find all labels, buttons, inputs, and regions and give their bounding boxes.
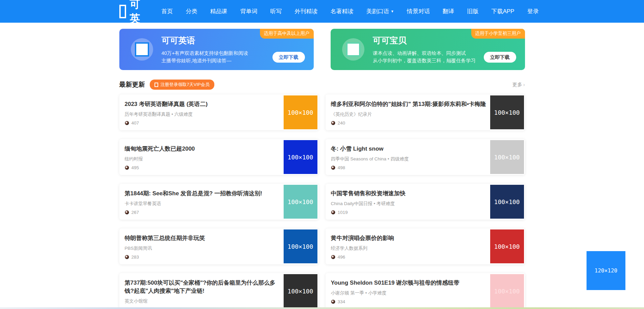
card-meta: 407: [125, 120, 208, 126]
download-now-button[interactable]: 立即下载: [272, 52, 305, 63]
views-icon: [125, 210, 129, 215]
article-card[interactable]: 维多利亚和阿尔伯特的"姐妹们" 第13期:摄影师东莉和•卡梅隆《英伦历史》纪录片…: [326, 94, 525, 130]
card-subtitle: China Daily中国日报 • 考研难度: [331, 201, 406, 207]
view-count: 496: [338, 255, 345, 260]
banner-keke-baby[interactable]: 适用于小学至初三用户 可可宝贝 课本点读、动画讲解、双语绘本、同步测试 从小学到…: [331, 29, 525, 70]
nav-item-名著精读[interactable]: 名著精读: [331, 7, 354, 15]
card-thumbnail-placeholder: 100×100: [284, 95, 317, 129]
card-title: 冬: 小雪 Light snow: [331, 145, 409, 153]
banner-body: 可可宝贝 课本点读、动画讲解、双语绘本、同步测试 从小学到初中，覆盖语数英三科，…: [373, 35, 476, 64]
card-meta: 495: [125, 165, 195, 170]
floating-ad-box[interactable]: 120×120: [587, 251, 625, 290]
article-card[interactable]: 第1844期: See和She 发音总是混? 一招教你听清这别!卡卡讲堂早餐英语…: [119, 184, 318, 220]
card-text: 缅甸地震死亡人数已超2000纽约时报495: [119, 139, 198, 175]
banner-line1: 课本点读、动画讲解、双语绘本、同步测试: [373, 49, 476, 57]
card-text: 冬: 小雪 Light snow四季中国 Seasons of China • …: [326, 139, 412, 175]
card-subtitle: 四季中国 Seasons of China • 四级难度: [331, 156, 409, 162]
card-subtitle: 《英伦历史》纪录片: [331, 111, 486, 117]
article-card[interactable]: 黄牛对演唱会票价的影响经济学人数据系列496100×100: [326, 228, 525, 264]
more-link[interactable]: 更多›: [512, 82, 525, 88]
article-card[interactable]: 第737期:500块可以买"全家桶"?你的后备箱里为什么那么多钱?起底"人肉搜索…: [119, 273, 318, 309]
card-subtitle: 英文小馆馆: [125, 298, 280, 304]
card-thumbnail-placeholder: 100×100: [490, 185, 524, 219]
card-meta: 1019: [331, 210, 406, 215]
article-card[interactable]: 特朗普称第三总统任期并非玩笑PBS新闻简讯283100×100: [119, 228, 318, 264]
nav-item-旧版[interactable]: 旧版: [467, 7, 478, 15]
nav-item-背单词[interactable]: 背单词: [240, 7, 258, 15]
card-thumbnail-placeholder: 100×100: [490, 274, 524, 308]
nav-item-外刊精读[interactable]: 外刊精读: [295, 7, 318, 15]
banner-line1: 40万+有声双语素材支持绿包翻新和阅读: [162, 49, 248, 57]
card-title: 黄牛对演唱会票价的影响: [331, 234, 394, 242]
banner-app-icon: [342, 38, 364, 61]
card-text: 第737期:500块可以买"全家桶"?你的后备箱里为什么那么多钱?起底"人肉搜索…: [119, 273, 284, 309]
card-thumbnail-placeholder: 100×100: [284, 185, 317, 219]
nav-item-情景对话[interactable]: 情景对话: [407, 7, 430, 15]
views-icon: [125, 255, 129, 259]
view-count: 407: [132, 120, 139, 126]
nav-item-翻译[interactable]: 翻译: [443, 7, 454, 15]
chevron-down-icon: ▼: [391, 9, 394, 13]
card-title: 第737期:500块可以买"全家桶"?你的后备箱里为什么那么多钱?起底"人肉搜索…: [125, 279, 280, 295]
card-text: 第1844期: See和She 发音总是混? 一招教你听清这别!卡卡讲堂早餐英语…: [119, 184, 266, 220]
card-meta: 283: [125, 255, 205, 260]
view-count: 283: [132, 255, 139, 260]
views-icon: [125, 165, 129, 170]
card-meta: 240: [331, 120, 486, 126]
card-thumbnail-placeholder: 100×100: [490, 229, 524, 263]
views-icon: [125, 121, 129, 125]
article-card[interactable]: 中国零售销售和投资增速加快China Daily中国日报 • 考研难度10191…: [326, 184, 525, 220]
card-subtitle: 历年考研英语翻译真题 • 六级难度: [125, 111, 208, 117]
banner-audience-badge: 适用于小学至初三用户: [471, 29, 525, 39]
chevron-right-icon: ›: [523, 82, 525, 87]
card-text: 2023 考研英语翻译真题 (英语二)历年考研英语翻译真题 • 六级难度407: [119, 94, 211, 130]
nav-item-听写[interactable]: 听写: [270, 7, 282, 15]
card-text: 中国零售销售和投资增速加快China Daily中国日报 • 考研难度1019: [326, 184, 409, 220]
card-meta: 498: [331, 165, 409, 170]
section-title: 最新更新: [119, 80, 145, 89]
article-card[interactable]: 冬: 小雪 Light snow四季中国 Seasons of China • …: [326, 139, 525, 175]
card-thumbnail-placeholder: 100×100: [284, 274, 317, 308]
card-thumbnail-placeholder: 100×100: [490, 140, 524, 174]
banner-keke-english[interactable]: 适用于高中及以上用户 可可英语 40万+有声双语素材支持绿包翻新和阅读 主播带你…: [119, 29, 314, 70]
card-title: Young Sheldon S01E19 谢尔顿与祖母的情感纽带: [331, 279, 459, 287]
vip-icon: [154, 83, 158, 87]
main-navigation: 首页分类精品课背单词听写外刊精读名著精读美剧口语▼情景对话翻译旧版下载APP登录: [162, 7, 552, 15]
card-text: Young Sheldon S01E19 谢尔顿与祖母的情感纽带小谢尔顿 第一季…: [326, 273, 463, 309]
views-icon: [331, 300, 335, 304]
vip-signup-badge[interactable]: 注册登录领取7天VIP会员: [150, 80, 214, 90]
article-card[interactable]: 2023 考研英语翻译真题 (英语二)历年考研英语翻译真题 • 六级难度4071…: [119, 94, 318, 130]
card-text: 特朗普称第三总统任期并非玩笑PBS新闻简讯283: [119, 228, 209, 264]
nav-item-首页[interactable]: 首页: [162, 7, 173, 15]
nav-item-下载APP[interactable]: 下载APP: [491, 7, 514, 15]
card-subtitle: 经济学人数据系列: [331, 245, 394, 251]
banner-line2: 主播带你娃听,地道外刊阅读答—: [162, 57, 248, 64]
card-meta: 496: [331, 255, 394, 260]
card-title: 第1844期: See和She 发音总是混? 一招教你听清这别!: [125, 190, 262, 198]
card-meta: 267: [125, 210, 262, 215]
views-icon: [331, 165, 335, 170]
card-title: 特朗普称第三总统任期并非玩笑: [125, 234, 205, 242]
nav-item-分类[interactable]: 分类: [186, 7, 197, 15]
view-count: 240: [338, 120, 345, 126]
nav-item-美剧口语[interactable]: 美剧口语▼: [366, 7, 394, 15]
card-subtitle: PBS新闻简讯: [125, 245, 205, 251]
bottom-banner-edge: [0, 307, 644, 309]
card-thumbnail-placeholder: 100×100: [490, 95, 524, 129]
nav-item-精品课[interactable]: 精品课: [210, 7, 228, 15]
banner-audience-badge: 适用于高中及以上用户: [260, 29, 314, 39]
view-count: 267: [132, 210, 139, 215]
banner-body: 可可英语 40万+有声双语素材支持绿包翻新和阅读 主播带你娃听,地道外刊阅读答—: [162, 35, 248, 64]
card-subtitle: 小谢尔顿 第一季 • 小学难度: [331, 290, 459, 296]
card-title: 维多利亚和阿尔伯特的"姐妹们" 第13期:摄影师东莉和•卡梅隆: [331, 100, 486, 108]
article-card[interactable]: Young Sheldon S01E19 谢尔顿与祖母的情感纽带小谢尔顿 第一季…: [326, 273, 525, 309]
view-count: 334: [338, 299, 345, 304]
download-now-button[interactable]: 立即下载: [484, 52, 516, 63]
nav-item-登录[interactable]: 登录: [527, 7, 539, 15]
article-card[interactable]: 缅甸地震死亡人数已超2000纽约时报495100×100: [119, 139, 318, 175]
card-subtitle: 卡卡讲堂早餐英语: [125, 201, 262, 207]
card-thumbnail-placeholder: 100×100: [284, 140, 317, 174]
card-title: 2023 考研英语翻译真题 (英语二): [125, 100, 208, 108]
views-icon: [331, 255, 335, 259]
card-text: 维多利亚和阿尔伯特的"姐妹们" 第13期:摄影师东莉和•卡梅隆《英伦历史》纪录片…: [326, 94, 490, 130]
